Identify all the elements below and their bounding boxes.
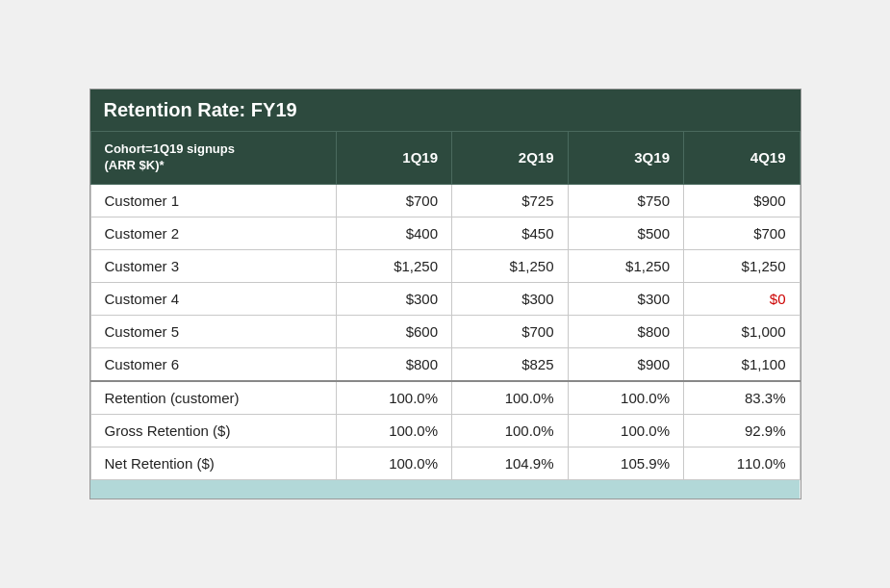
table-title: Retention Rate: FY19 [90,89,801,131]
customer-q2-value: $725 [452,184,568,217]
retention-q3-value: 100.0% [568,381,683,415]
footer-cell [683,479,800,499]
retention-q2-value: 104.9% [452,447,568,479]
customer-q4-value: $0 [683,282,800,315]
customer-q3-value: $500 [568,217,683,249]
retention-table-container: Retention Rate: FY19 Cohort=1Q19 signups… [89,89,801,499]
footer-cell [90,479,336,499]
retention-row: Net Retention ($)100.0%104.9%105.9%110.0… [90,447,800,479]
customer-q4-value: $1,250 [683,249,800,282]
customer-q3-value: $300 [568,282,683,315]
header-q1: 1Q19 [336,131,451,184]
retention-row: Gross Retention ($)100.0%100.0%100.0%92.… [90,414,800,447]
customer-q3-value: $900 [568,347,683,381]
customer-q4-value: $1,100 [683,347,800,381]
table-header-row: Cohort=1Q19 signups(ARR $K)* 1Q19 2Q19 3… [90,131,800,184]
customer-q1-value: $600 [336,315,451,347]
retention-label: Retention (customer) [90,381,336,415]
footer-cell [452,479,568,499]
retention-q1-value: 100.0% [336,447,451,479]
customer-section: Customer 1$700$725$750$900Customer 2$400… [90,184,800,499]
table-row: Customer 3$1,250$1,250$1,250$1,250 [90,249,800,282]
table-row: Customer 4$300$300$300$0 [90,282,800,315]
retention-q1-value: 100.0% [336,414,451,447]
customer-name: Customer 1 [90,184,336,217]
retention-q2-value: 100.0% [452,381,568,415]
customer-name: Customer 4 [90,282,336,315]
retention-q3-value: 105.9% [568,447,683,479]
customer-name: Customer 6 [90,347,336,381]
retention-label: Gross Retention ($) [90,414,336,447]
header-q3: 3Q19 [568,131,683,184]
table-row: Customer 5$600$700$800$1,000 [90,315,800,347]
table-row: Customer 2$400$450$500$700 [90,217,800,249]
customer-q1-value: $300 [336,282,451,315]
customer-q3-value: $1,250 [568,249,683,282]
customer-q3-value: $800 [568,315,683,347]
retention-row: Retention (customer)100.0%100.0%100.0%83… [90,381,800,415]
customer-q1-value: $700 [336,184,451,217]
customer-q3-value: $750 [568,184,683,217]
retention-q4-value: 110.0% [683,447,800,479]
header-cohort: Cohort=1Q19 signups(ARR $K)* [90,131,336,184]
retention-q2-value: 100.0% [452,414,568,447]
customer-q4-value: $1,000 [683,315,800,347]
customer-q1-value: $400 [336,217,451,249]
retention-label: Net Retention ($) [90,447,336,479]
customer-q2-value: $700 [452,315,568,347]
table-row: Customer 6$800$825$900$1,100 [90,347,800,381]
customer-q2-value: $1,250 [452,249,568,282]
retention-table: Cohort=1Q19 signups(ARR $K)* 1Q19 2Q19 3… [90,131,801,499]
customer-name: Customer 2 [90,217,336,249]
customer-name: Customer 5 [90,315,336,347]
table-row: Customer 1$700$725$750$900 [90,184,800,217]
footer-cell [336,479,451,499]
retention-q1-value: 100.0% [336,381,451,415]
retention-q4-value: 92.9% [683,414,800,447]
header-q4: 4Q19 [683,131,800,184]
retention-q4-value: 83.3% [683,381,800,415]
footer-row [90,479,800,499]
customer-q4-value: $700 [683,217,800,249]
customer-name: Customer 3 [90,249,336,282]
footer-cell [568,479,683,499]
header-q2: 2Q19 [452,131,568,184]
customer-q2-value: $825 [452,347,568,381]
customer-q1-value: $800 [336,347,451,381]
customer-q2-value: $300 [452,282,568,315]
customer-q4-value: $900 [683,184,800,217]
retention-q3-value: 100.0% [568,414,683,447]
customer-q1-value: $1,250 [336,249,451,282]
customer-q2-value: $450 [452,217,568,249]
